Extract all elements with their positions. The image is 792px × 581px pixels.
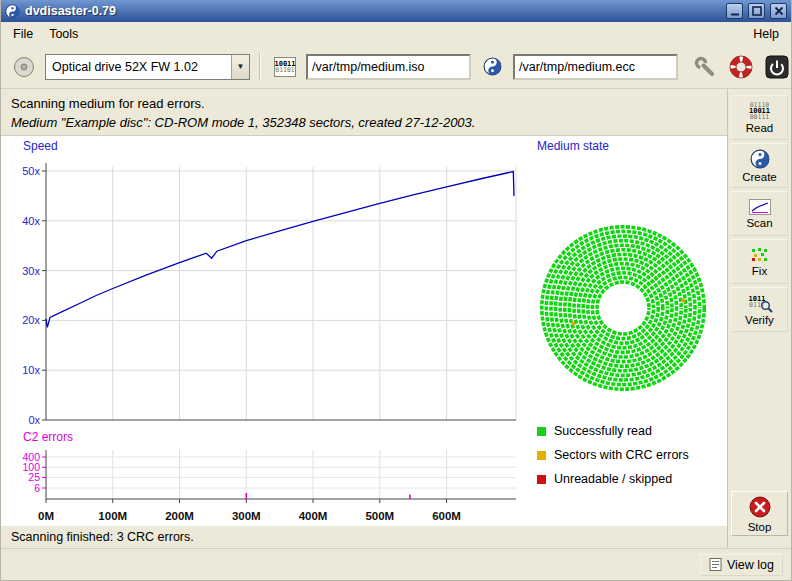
verify-button-label: Verify bbox=[745, 314, 774, 326]
menu-tools[interactable]: Tools bbox=[41, 24, 86, 44]
create-button-label: Create bbox=[742, 171, 777, 183]
medium-state-disc bbox=[531, 216, 715, 400]
c2-errors-chart: 4001002560M100M200M300M400M500M600M bbox=[1, 444, 526, 526]
legend-row-success: Successfully read bbox=[537, 424, 689, 438]
medium-state-title: Medium state bbox=[537, 139, 609, 153]
stop-icon bbox=[748, 495, 772, 519]
drive-icon[interactable] bbox=[9, 51, 39, 83]
chevron-down-icon: ▼ bbox=[231, 55, 249, 79]
speed-chart-title: Speed bbox=[23, 139, 58, 153]
legend-label-crc: Sectors with CRC errors bbox=[554, 448, 689, 462]
view-log-label: View log bbox=[727, 558, 774, 572]
menubar: File Tools Help bbox=[1, 22, 791, 45]
status-header: Scanning medium for read errors. Medium … bbox=[1, 89, 727, 135]
legend-row-crc: Sectors with CRC errors bbox=[537, 448, 689, 462]
minimize-button[interactable] bbox=[726, 3, 743, 19]
svg-text:0x: 0x bbox=[28, 414, 40, 426]
maximize-icon bbox=[751, 5, 763, 17]
view-log-button[interactable]: View log bbox=[700, 554, 783, 576]
toolbar: Optical drive 52X FW 1.02 ▼ 1001101101 bbox=[1, 45, 791, 89]
speed-chart: 0x10x20x30x40x50x bbox=[1, 152, 526, 430]
quit-power-icon[interactable] bbox=[762, 51, 792, 83]
verify-magnifier-icon: 1011 0110 bbox=[747, 295, 773, 312]
minimize-icon bbox=[729, 5, 741, 17]
svg-text:300M: 300M bbox=[232, 510, 261, 522]
svg-text:30x: 30x bbox=[22, 265, 40, 277]
svg-text:10x: 10x bbox=[22, 364, 40, 376]
svg-text:400M: 400M bbox=[299, 510, 328, 522]
fix-sectors-icon bbox=[749, 247, 771, 263]
svg-text:500M: 500M bbox=[365, 510, 394, 522]
preferences-wrench-icon[interactable] bbox=[690, 51, 720, 83]
window-title: dvdisaster-0.79 bbox=[25, 4, 721, 18]
iso-path-input[interactable] bbox=[306, 54, 471, 80]
c2-errors-title: C2 errors bbox=[23, 430, 73, 444]
ecc-path-input[interactable] bbox=[513, 54, 678, 80]
close-button[interactable] bbox=[770, 3, 787, 19]
svg-text:200M: 200M bbox=[165, 510, 194, 522]
action-sidebar: 01110 10011 00111 Read Create bbox=[727, 89, 791, 548]
legend-swatch-unreadable bbox=[537, 475, 546, 484]
svg-text:50x: 50x bbox=[22, 165, 40, 177]
verify-button[interactable]: 1011 0110 Verify bbox=[731, 287, 788, 332]
chart-panel: Speed 0x10x20x30x40x50x Medium state Suc… bbox=[1, 135, 727, 526]
scan-chart-icon bbox=[749, 199, 771, 215]
drive-selector[interactable]: Optical drive 52X FW 1.02 ▼ bbox=[45, 54, 250, 80]
app-icon bbox=[5, 4, 20, 19]
yinyang-create-icon bbox=[750, 149, 770, 169]
scan-button-label: Scan bbox=[746, 217, 772, 229]
status-line1: Scanning medium for read errors. bbox=[11, 94, 717, 113]
svg-text:0M: 0M bbox=[38, 510, 54, 522]
svg-text:20x: 20x bbox=[22, 314, 40, 326]
main-column: Scanning medium for read errors. Medium … bbox=[1, 89, 727, 548]
read-button-label: Read bbox=[746, 122, 774, 134]
legend-label-unreadable: Unreadable / skipped bbox=[554, 472, 672, 486]
log-icon bbox=[709, 558, 722, 571]
scan-button[interactable]: Scan bbox=[731, 191, 788, 236]
svg-text:6: 6 bbox=[34, 482, 40, 494]
legend-row-unreadable: Unreadable / skipped bbox=[537, 472, 689, 486]
menu-file[interactable]: File bbox=[5, 24, 41, 44]
status-line2: Medium "Example disc": CD-ROM mode 1, 35… bbox=[11, 113, 717, 132]
create-button[interactable]: Create bbox=[731, 143, 788, 188]
toolbar-separator bbox=[259, 53, 261, 81]
legend-swatch-crc bbox=[537, 451, 546, 460]
app-window: dvdisaster-0.79 File Tools Help Optical … bbox=[0, 0, 792, 581]
maximize-button[interactable] bbox=[748, 3, 765, 19]
fix-button[interactable]: Fix bbox=[731, 239, 788, 284]
medium-state-legend: Successfully read Sectors with CRC error… bbox=[537, 424, 689, 486]
bottom-bar: View log bbox=[1, 548, 791, 580]
svg-text:600M: 600M bbox=[432, 510, 461, 522]
close-icon bbox=[773, 5, 785, 17]
dvdisaster-lifesaver-icon[interactable] bbox=[726, 51, 756, 83]
legend-label-success: Successfully read bbox=[554, 424, 652, 438]
read-button[interactable]: 01110 10011 00111 Read bbox=[731, 95, 788, 140]
svg-text:100M: 100M bbox=[98, 510, 127, 522]
scan-result-status: Scanning finished: 3 CRC errors. bbox=[1, 526, 727, 548]
binary-read-icon: 01110 10011 00111 bbox=[749, 102, 770, 120]
menu-help[interactable]: Help bbox=[745, 24, 787, 44]
svg-text:40x: 40x bbox=[22, 215, 40, 227]
titlebar[interactable]: dvdisaster-0.79 bbox=[1, 0, 791, 22]
content-area: Scanning medium for read errors. Medium … bbox=[1, 89, 791, 548]
drive-selector-value: Optical drive 52X FW 1.02 bbox=[46, 60, 231, 74]
legend-swatch-success bbox=[537, 427, 546, 436]
fix-button-label: Fix bbox=[752, 265, 767, 277]
stop-button[interactable]: Stop bbox=[731, 491, 788, 536]
iso-image-icon[interactable]: 1001101101 bbox=[270, 51, 300, 83]
ecc-file-icon[interactable] bbox=[477, 51, 507, 83]
stop-button-label: Stop bbox=[748, 521, 772, 533]
